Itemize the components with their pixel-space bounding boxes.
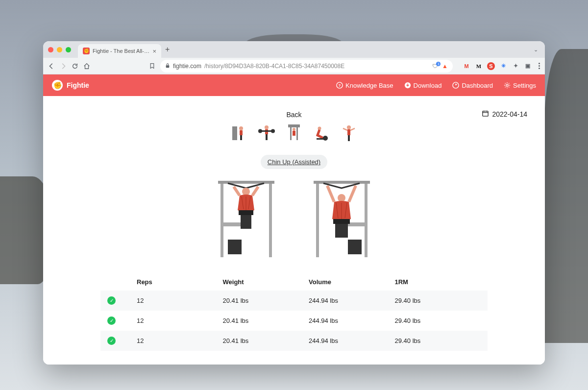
cell-reps: 12 — [137, 317, 223, 324]
svg-rect-24 — [317, 138, 326, 140]
svg-rect-28 — [218, 181, 274, 184]
exercise-name-badge[interactable]: Chin Up (Assisted) — [261, 155, 327, 169]
svg-rect-43 — [335, 224, 348, 238]
window-minimize-button[interactable] — [57, 47, 62, 52]
svg-point-41 — [338, 194, 345, 202]
svg-rect-9 — [240, 130, 243, 135]
svg-point-33 — [242, 188, 250, 195]
nav-knowledge-base[interactable]: ? Knowledge Base — [336, 82, 393, 89]
tab-overflow-icon[interactable]: ⌄ — [534, 47, 538, 53]
gmail-icon[interactable]: M — [463, 62, 470, 70]
tab-close-icon[interactable]: × — [152, 48, 156, 55]
tab-title: Fightie - The Best All-In-One W — [93, 48, 149, 54]
check-icon: ✓ — [107, 337, 116, 345]
exercise-illustrations — [208, 176, 380, 262]
home-button[interactable] — [83, 63, 90, 70]
dashboard-icon — [452, 82, 459, 89]
exercise-thumb-3[interactable] — [285, 123, 303, 142]
nav-settings[interactable]: Settings — [504, 82, 536, 89]
browser-toolbar: fightie.com/history/8D94D3A8-820B-4CA1-8… — [43, 58, 545, 74]
exercise-thumb-2[interactable] — [258, 123, 275, 142]
address-bar[interactable]: fightie.com/history/8D94D3A8-820B-4CA1-8… — [160, 60, 453, 73]
reload-button[interactable] — [72, 63, 78, 70]
nav-settings-label: Settings — [513, 82, 536, 89]
browser-window: ✊ Fightie - The Best All-In-One W × + ⌄ … — [43, 41, 545, 365]
col-weight: Weight — [223, 278, 309, 286]
svg-rect-29 — [220, 184, 223, 257]
svg-rect-42 — [333, 219, 350, 224]
cell-weight: 20.41 lbs — [223, 297, 309, 304]
extension-box-icon[interactable]: ▣ — [524, 62, 532, 70]
help-icon: ? — [336, 82, 343, 89]
workout-date-text: 2022-04-14 — [492, 110, 527, 118]
back-button[interactable] — [48, 63, 55, 70]
window-controls — [48, 47, 71, 52]
svg-rect-6 — [483, 111, 488, 116]
exercise-thumb-4[interactable] — [313, 123, 330, 142]
svg-rect-40 — [348, 240, 362, 254]
check-icon: ✓ — [107, 296, 116, 305]
browser-menu-button[interactable] — [539, 63, 540, 69]
nav-knowledge-base-label: Knowledge Base — [345, 82, 393, 89]
url-path: /history/8D94D3A8-820B-4CA1-8C85-34A8745… — [204, 63, 344, 70]
browser-tab[interactable]: ✊ Fightie - The Best All-In-One W × — [78, 44, 161, 58]
exercise-thumb-1[interactable] — [230, 123, 248, 142]
forward-button[interactable] — [60, 63, 67, 70]
nav-dashboard[interactable]: Dashboard — [452, 82, 493, 89]
address-bar-right: 🛡3 ▲ — [432, 63, 448, 70]
new-tab-button[interactable]: + — [165, 45, 170, 54]
svg-rect-30 — [269, 184, 272, 257]
svg-rect-16 — [266, 134, 268, 140]
svg-point-25 — [347, 125, 351, 129]
svg-rect-19 — [296, 127, 298, 140]
svg-text:?: ? — [339, 83, 341, 88]
svg-point-5 — [506, 84, 508, 86]
svg-rect-17 — [288, 124, 300, 127]
extensions-icon[interactable]: ✦ — [512, 62, 519, 70]
brave-icon[interactable]: ▲ — [442, 63, 448, 70]
svg-rect-35 — [241, 215, 251, 229]
svg-point-20 — [293, 128, 295, 131]
nav-dashboard-label: Dashboard — [462, 82, 493, 89]
extension-star-icon[interactable]: ✳ — [499, 62, 507, 70]
svg-rect-21 — [293, 131, 295, 136]
muscle-group-label: Back — [286, 111, 301, 119]
cell-1rm: 29.40 lbs — [395, 297, 481, 304]
exercise-name: Chin Up (Assisted) — [268, 158, 320, 166]
table-header: Reps Weight Volume 1RM — [100, 273, 488, 291]
svg-rect-34 — [239, 210, 253, 215]
cell-reps: 12 — [137, 337, 223, 344]
lock-icon — [165, 63, 170, 69]
nav-download-label: Download — [414, 82, 442, 89]
extension-s-icon[interactable]: S — [487, 62, 495, 70]
cell-weight: 20.41 lbs — [223, 337, 309, 344]
svg-rect-27 — [348, 135, 350, 141]
extension-icons: M M S ✳ ✦ ▣ — [463, 62, 532, 70]
cell-reps: 12 — [137, 297, 223, 304]
svg-rect-32 — [228, 240, 242, 254]
table-row: ✓ 12 20.41 lbs 244.94 lbs 29.40 lbs — [100, 331, 488, 351]
svg-rect-18 — [290, 127, 292, 140]
window-close-button[interactable] — [48, 47, 53, 52]
brand-name[interactable]: Fightie — [67, 81, 89, 89]
table-row: ✓ 12 20.41 lbs 244.94 lbs 29.40 lbs — [100, 311, 488, 331]
cell-1rm: 29.40 lbs — [395, 337, 481, 344]
download-icon — [404, 82, 411, 89]
bookmark-button[interactable] — [149, 63, 155, 69]
shield-icon[interactable]: 🛡3 — [432, 63, 438, 70]
cell-volume: 244.94 lbs — [309, 297, 395, 304]
cell-weight: 20.41 lbs — [223, 317, 309, 324]
url-host: fightie.com — [173, 63, 201, 70]
workout-date: 2022-04-14 — [482, 110, 527, 119]
exercise-thumb-5[interactable] — [340, 123, 358, 142]
nav-download[interactable]: Download — [404, 82, 442, 89]
svg-point-15 — [271, 129, 275, 133]
svg-rect-36 — [314, 181, 370, 184]
brand-logo[interactable]: ✊ — [52, 80, 63, 91]
window-maximize-button[interactable] — [66, 47, 71, 52]
svg-rect-26 — [347, 129, 350, 135]
cell-1rm: 29.40 lbs — [395, 317, 481, 324]
browser-tab-strip: ✊ Fightie - The Best All-In-One W × + ⌄ — [43, 41, 545, 58]
medium-icon[interactable]: M — [475, 62, 483, 70]
svg-point-8 — [239, 126, 243, 130]
